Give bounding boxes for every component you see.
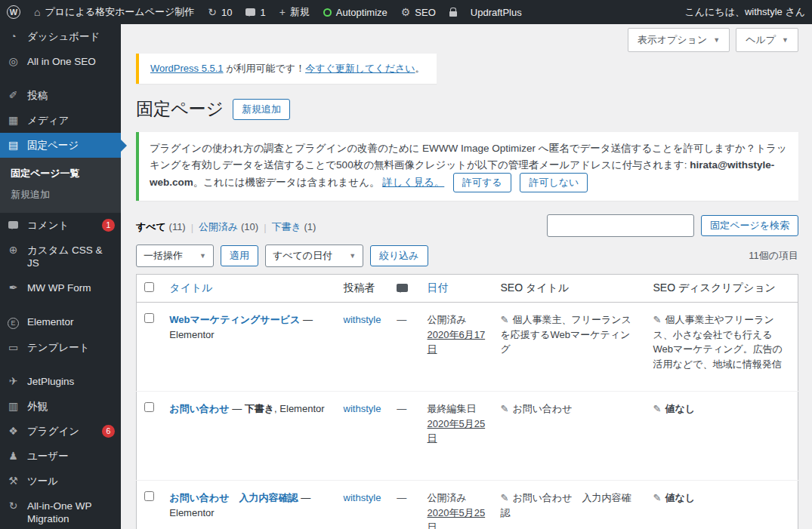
author-link[interactable]: withstyle: [344, 403, 381, 414]
bulk-actions-select[interactable]: 一括操作 ▼: [136, 245, 214, 267]
deny-button[interactable]: 許可しない: [520, 173, 588, 192]
chevron-down-icon: ▼: [199, 252, 206, 260]
edit-seo-description-icon[interactable]: ✎: [653, 403, 661, 414]
search-box: 固定ページを検索: [547, 214, 798, 237]
page-title-link[interactable]: お問い合わせ: [169, 403, 229, 414]
updraftplus-menu[interactable]: UpdraftPlus: [464, 0, 529, 24]
allow-button[interactable]: 許可する: [453, 173, 511, 192]
new-content-menu[interactable]: + 新規: [273, 0, 316, 24]
seo-description-value: 個人事業主やフリーランス、小さな会社でも行えるWebマーケティング。広告の活用な…: [653, 314, 783, 370]
sidebar-item-plugins[interactable]: ❖ プラグイン 6: [0, 419, 121, 444]
apply-button[interactable]: 適用: [221, 245, 258, 266]
update-notice-end: 。: [415, 63, 425, 74]
sidebar-item-appearance[interactable]: ▥ 外観: [0, 394, 121, 419]
sidebar-item-elementor[interactable]: E Elementor: [0, 309, 121, 335]
my-account-menu[interactable]: こんにちは、withstyle さん: [678, 0, 812, 24]
sidebar-item-all-in-one-seo[interactable]: ◎ All in One SEO: [0, 49, 121, 74]
page-title-row: 固定ページ 新規追加: [136, 97, 798, 121]
sidebar-item-dashboard[interactable]: ◔ ダッシュボード: [0, 24, 121, 49]
items-count: 11個の項目: [749, 249, 798, 263]
select-all-checkbox[interactable]: [144, 282, 154, 292]
column-header-seo-description: SEO ディスクリプション: [645, 275, 798, 303]
search-input[interactable]: [547, 214, 694, 237]
home-icon: ⌂: [34, 7, 40, 17]
sidebar-item-mw-wp-form[interactable]: ✒ MW WP Form: [0, 275, 121, 300]
sidebar-item-tools[interactable]: ⚒ ツール: [0, 469, 121, 494]
date-value: 2020年5月25日: [428, 506, 486, 529]
edit-seo-description-icon[interactable]: ✎: [653, 314, 661, 325]
chevron-down-icon: ▼: [349, 252, 356, 260]
comment-count: —: [397, 314, 406, 325]
edit-seo-title-icon[interactable]: ✎: [500, 492, 508, 503]
sidebar-item-comments[interactable]: コメント 1: [0, 213, 121, 238]
author-link[interactable]: withstyle: [344, 314, 381, 325]
page-title-link[interactable]: Webマーケティングサービス: [169, 314, 300, 325]
add-new-page-button[interactable]: 新規追加: [233, 99, 290, 120]
help-button[interactable]: ヘルプ ▼: [736, 28, 798, 52]
author-link[interactable]: withstyle: [344, 492, 381, 503]
updates-menu[interactable]: ↻ 10: [201, 0, 239, 24]
edit-seo-title-icon[interactable]: ✎: [500, 314, 508, 325]
users-icon: ♟: [6, 450, 20, 463]
sidebar-item-custom-css-js[interactable]: ⊕ カスタム CSS & JS: [0, 238, 121, 275]
update-notice: WordPress 5.5.1 が利用可能です！今すぐ更新してください。: [136, 54, 437, 84]
plugins-icon: ❖: [6, 425, 20, 438]
update-now-link[interactable]: 今すぐ更新してください: [305, 63, 415, 74]
sidebar-item-label: ツール: [27, 475, 115, 487]
seo-title-value: お問い合わせ 入力内容確認: [500, 492, 631, 518]
sidebar-item-users[interactable]: ♟ ユーザー: [0, 444, 121, 469]
custom-css-js-icon: ⊕: [6, 244, 20, 257]
pages-icon: ▤: [6, 139, 20, 152]
sidebar-item-label: テンプレート: [27, 341, 115, 354]
pages-submenu: 固定ページ一覧 新規追加: [0, 158, 121, 213]
filter-published[interactable]: 公開済み (10): [199, 220, 258, 234]
sidebar-item-jetplugins[interactable]: ✈ JetPlugins: [0, 369, 121, 394]
chevron-down-icon: ▼: [782, 36, 789, 44]
page-title-link[interactable]: お問い合わせ 入力内容確認: [169, 492, 298, 503]
date-filter-value: すべての日付: [273, 249, 332, 263]
sidebar-item-label: 固定ページ: [27, 139, 115, 152]
column-header-comments[interactable]: [389, 275, 419, 303]
seo-menu[interactable]: ⚙ SEO: [394, 0, 443, 24]
edit-seo-title-icon[interactable]: ✎: [500, 403, 508, 414]
column-header-title[interactable]: タイトル: [162, 275, 335, 303]
filter-all[interactable]: すべて (11): [136, 220, 186, 234]
edit-seo-description-icon[interactable]: ✎: [653, 492, 661, 503]
title-separator: —: [230, 403, 245, 414]
column-header-date[interactable]: 日付: [420, 275, 493, 303]
status-filter-links: すべて (11) | 公開済み (10) | 下書き (1): [136, 220, 316, 237]
sidebar-item-pages[interactable]: ▤ 固定ページ: [0, 133, 121, 158]
date-filter-select[interactable]: すべての日付 ▼: [265, 245, 363, 267]
admin-bar: W ⌂ プロによる格安ホームページ制作 ↻ 10 1 + 新規 Autoptim…: [0, 0, 812, 24]
plugins-badge: 6: [102, 425, 115, 438]
sidebar-item-templates[interactable]: ▭ テンプレート: [0, 335, 121, 360]
plus-icon: +: [279, 7, 286, 17]
sidebar-item-migration[interactable]: ↻ All-in-One WP Migration: [0, 494, 121, 529]
wp-logo-menu[interactable]: W: [0, 0, 27, 24]
site-menu[interactable]: ⌂ プロによる格安ホームページ制作: [27, 0, 201, 24]
sidebar-item-posts[interactable]: ✐ 投稿: [0, 83, 121, 108]
submenu-item-all-pages[interactable]: 固定ページ一覧: [0, 163, 121, 184]
row-checkbox[interactable]: [144, 313, 154, 323]
bulk-actions-value: 一括操作: [144, 249, 183, 263]
filter-draft[interactable]: 下書き (1): [272, 220, 316, 234]
wordpress-version-link[interactable]: WordPress 5.5.1: [150, 63, 224, 74]
date-value: 2020年5月25日: [428, 417, 486, 446]
comments-icon: [397, 284, 408, 292]
comments-menu[interactable]: 1: [239, 0, 272, 24]
help-label: ヘルプ: [746, 33, 776, 47]
migration-icon: ↻: [6, 500, 20, 512]
search-pages-button[interactable]: 固定ページを検索: [701, 215, 798, 236]
screen-options-button[interactable]: 表示オプション ▼: [628, 28, 730, 52]
submenu-item-add-new[interactable]: 新規追加: [0, 184, 121, 205]
learn-more-link[interactable]: 詳しく見る。: [382, 177, 444, 188]
sidebar-item-media[interactable]: ▦ メディア: [0, 108, 121, 133]
appearance-icon: ▥: [6, 400, 20, 413]
security-menu[interactable]: [443, 0, 464, 24]
autoptimize-menu[interactable]: Autoptimize: [316, 0, 394, 24]
sidebar-item-label: メディア: [27, 114, 115, 127]
row-checkbox[interactable]: [144, 402, 154, 412]
filter-button[interactable]: 絞り込み: [370, 245, 428, 266]
row-checkbox[interactable]: [144, 491, 154, 501]
sidebar-item-label: コメント: [27, 219, 91, 232]
